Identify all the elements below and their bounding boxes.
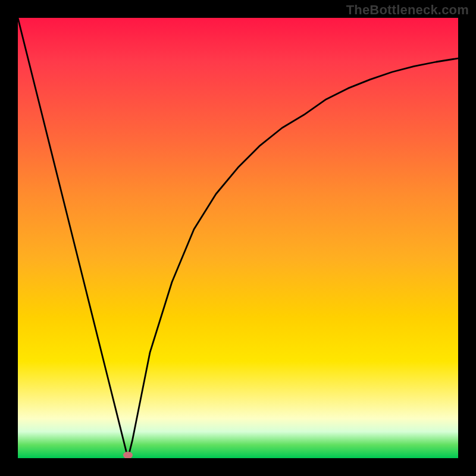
chart-frame: TheBottleneck.com — [0, 0, 476, 476]
minimum-marker — [123, 452, 133, 458]
plot-area — [18, 18, 458, 458]
watermark-text: TheBottleneck.com — [346, 2, 469, 18]
bottleneck-curve — [18, 18, 458, 458]
curve-polyline — [18, 18, 458, 458]
